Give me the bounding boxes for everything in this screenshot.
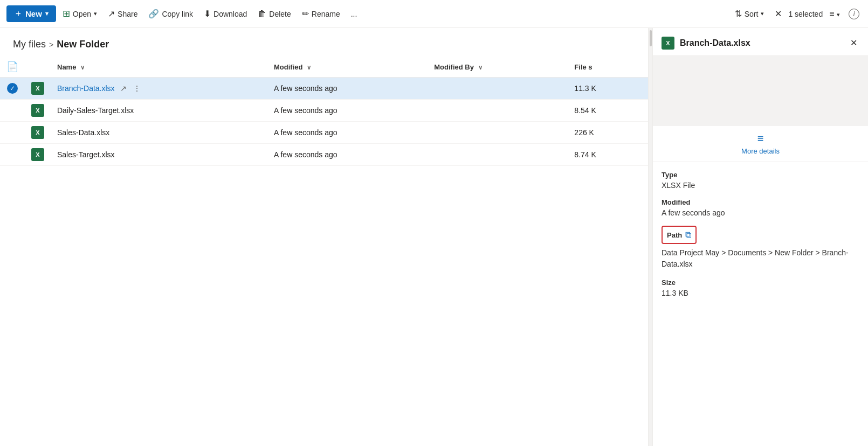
row-more-button[interactable]: ⋮: [127, 127, 136, 138]
download-label: Download: [213, 10, 247, 18]
col-modifiedby-header[interactable]: Modified By ∨: [428, 57, 568, 78]
row-share-button[interactable]: ↗: [119, 149, 128, 160]
row-modified: A few seconds ago: [267, 144, 428, 166]
excel-file-icon: X: [31, 126, 44, 139]
row-file-icon: X: [25, 122, 51, 144]
delete-label: Delete: [269, 10, 291, 18]
detail-type-label: Type: [662, 171, 859, 179]
copy-link-label: Copy link: [162, 10, 193, 18]
share-button[interactable]: ↗ Share: [104, 6, 142, 22]
col-modified-header[interactable]: Modified ∨: [267, 57, 428, 78]
detail-modified-label: Modified: [662, 198, 859, 206]
details-body: Type XLSX File Modified A few seconds ag…: [653, 162, 868, 306]
table-row[interactable]: X Sales-Data.xlsx ↗ ⋮ A few seconds ago2…: [0, 122, 648, 144]
detail-size-value: 11.3 KB: [662, 289, 859, 297]
sort-icon: ⇅: [735, 9, 742, 19]
row-checkbox[interactable]: [0, 122, 25, 144]
row-checkbox[interactable]: ✓: [0, 78, 25, 100]
row-more-button[interactable]: ⋮: [132, 83, 142, 94]
breadcrumb-current: New Folder: [57, 39, 109, 50]
detail-modified-row: Modified A few seconds ago: [662, 198, 859, 217]
link-icon: 🔗: [148, 9, 159, 19]
table-row[interactable]: ✓X Branch-Data.xlsx ↗ ⋮ A few seconds ag…: [0, 78, 648, 100]
selected-badge: 1 selected: [788, 10, 823, 18]
new-button[interactable]: ＋ New ▾: [6, 5, 56, 22]
rename-button[interactable]: ✏ Rename: [298, 6, 345, 22]
scroll-thumb[interactable]: [650, 30, 652, 46]
detail-modified-value: A few seconds ago: [662, 208, 859, 217]
excel-file-icon: X: [31, 148, 44, 161]
row-share-button[interactable]: ↗: [138, 105, 147, 116]
sort-chevron-icon: ▾: [761, 10, 764, 17]
row-share-button[interactable]: ↗: [119, 83, 128, 94]
row-modified-by: [428, 78, 568, 100]
row-modified: A few seconds ago: [267, 122, 428, 144]
file-table: 📄 Name ∨ Modified ∨ Modified By ∨: [0, 57, 648, 166]
info-button[interactable]: i: [846, 6, 862, 22]
details-title: Branch-Data.xlsx: [680, 38, 843, 48]
detail-path-row: Path ⧉ Data Project May > Documents > Ne…: [662, 226, 859, 270]
toolbar-right: ⇅ Sort ▾ ✕ 1 selected ≡ ▾ i: [731, 6, 862, 22]
row-file-name[interactable]: Sales-Target.xlsx: [57, 150, 115, 159]
checkbox-checked: ✓: [7, 83, 18, 94]
delete-button[interactable]: 🗑 Delete: [253, 6, 295, 22]
row-file-name[interactable]: Branch-Data.xlsx: [57, 84, 115, 93]
share-label: Share: [118, 10, 137, 18]
col-icon-header: [25, 57, 51, 78]
chevron-down-icon: ▾: [45, 10, 49, 17]
col-modifiedby-label: Modified By: [434, 63, 474, 71]
plus-icon: ＋: [14, 9, 22, 19]
copy-icon: ⧉: [685, 230, 691, 239]
file-area: My files > New Folder 📄 Name ∨ Modified: [0, 28, 648, 446]
layout-button[interactable]: ≡ ▾: [827, 7, 842, 21]
col-modified-sort-icon: ∨: [307, 64, 311, 71]
row-modified-by: [428, 122, 568, 144]
layout-chevron-icon: ▾: [837, 11, 840, 18]
row-size: 8.74 K: [568, 144, 648, 166]
row-actions: ↗ ⋮: [119, 83, 142, 94]
deselect-button[interactable]: ✕: [773, 6, 784, 21]
info-icon: i: [849, 9, 859, 19]
details-more-label[interactable]: More details: [741, 147, 780, 155]
details-close-button[interactable]: ✕: [848, 36, 859, 50]
table-header: 📄 Name ∨ Modified ∨ Modified By ∨: [0, 57, 648, 78]
details-panel: X Branch-Data.xlsx ✕ ≡ More details Type…: [652, 28, 868, 446]
row-file-name[interactable]: Daily-Sales-Target.xlsx: [57, 106, 134, 115]
breadcrumb-parent[interactable]: My files: [13, 39, 46, 50]
row-more-button[interactable]: ⋮: [151, 105, 161, 116]
row-share-button[interactable]: ↗: [114, 127, 122, 138]
col-name-header[interactable]: Name ∨: [51, 57, 267, 78]
row-modified: A few seconds ago: [267, 100, 428, 122]
copy-link-button[interactable]: 🔗 Copy link: [144, 6, 197, 22]
row-file-name[interactable]: Sales-Data.xlsx: [57, 128, 109, 137]
col-checkbox[interactable]: 📄: [0, 57, 25, 78]
row-checkbox[interactable]: [0, 100, 25, 122]
row-checkbox[interactable]: [0, 144, 25, 166]
open-button[interactable]: ⊞ Open ▾: [58, 5, 101, 22]
breadcrumb-separator: >: [49, 40, 53, 49]
file-icon: 📄: [6, 61, 18, 72]
table-row[interactable]: X Sales-Target.xlsx ↗ ⋮ A few seconds ag…: [0, 144, 648, 166]
row-modified-by: [428, 144, 568, 166]
rename-icon: ✏: [302, 9, 309, 19]
copy-path-button[interactable]: ⧉: [685, 230, 691, 240]
details-header: X Branch-Data.xlsx ✕: [653, 28, 868, 56]
row-more-button[interactable]: ⋮: [132, 149, 142, 160]
table-row[interactable]: X Daily-Sales-Target.xlsx ↗ ⋮ A few seco…: [0, 100, 648, 122]
breadcrumb: My files > New Folder: [0, 28, 648, 57]
row-file-icon: X: [25, 144, 51, 166]
name-cell-container: Sales-Target.xlsx ↗ ⋮: [57, 149, 261, 160]
details-more-section: ≡ More details: [653, 126, 868, 162]
excel-file-icon: X: [31, 104, 44, 117]
name-cell-container: Branch-Data.xlsx ↗ ⋮: [57, 83, 261, 94]
row-modified: A few seconds ago: [267, 78, 428, 100]
col-size-header[interactable]: File s: [568, 57, 648, 78]
row-name-cell: Sales-Data.xlsx ↗ ⋮: [51, 122, 267, 144]
row-name-cell: Daily-Sales-Target.xlsx ↗ ⋮: [51, 100, 267, 122]
download-button[interactable]: ⬇ Download: [199, 6, 251, 22]
delete-icon: 🗑: [258, 9, 266, 19]
details-preview: [653, 56, 868, 126]
more-button[interactable]: ...: [347, 7, 362, 21]
sort-button[interactable]: ⇅ Sort ▾: [731, 6, 769, 22]
details-excel-icon: X: [662, 37, 674, 50]
